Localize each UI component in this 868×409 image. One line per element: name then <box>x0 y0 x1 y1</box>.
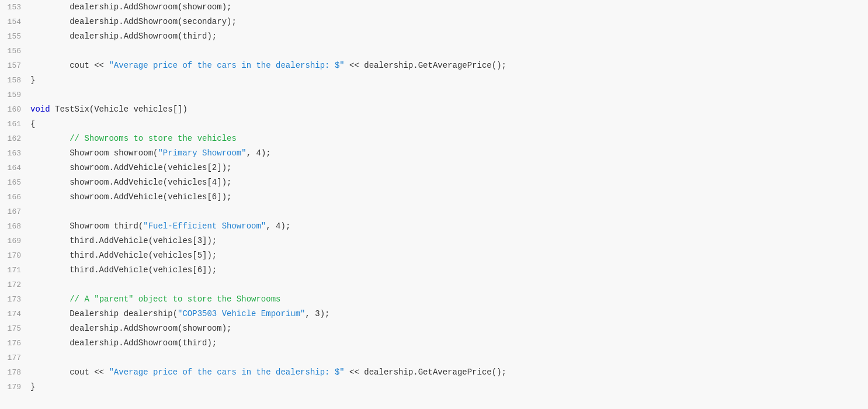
line-content: { <box>30 117 868 131</box>
code-line: 158} <box>0 73 868 88</box>
line-content: cout << "Average price of the cars in th… <box>30 365 868 380</box>
line-number: 170 <box>0 248 30 263</box>
line-content: Showroom third("Fuel-Efficient Showroom"… <box>30 219 868 234</box>
token: dealership.AddShowroom(showroom); <box>30 324 231 333</box>
line-content: Showroom showroom("Primary Showroom", 4)… <box>30 146 868 161</box>
token: dealership.AddShowroom(showroom); <box>30 2 231 12</box>
line-content: dealership.AddShowroom(third); <box>30 29 868 44</box>
token: third.AddVehicle(vehicles[5]); <box>30 251 217 260</box>
code-line: 167 <box>0 204 868 219</box>
token: } <box>30 75 35 85</box>
code-line: 177 <box>0 351 868 365</box>
code-line: 179} <box>0 380 868 394</box>
line-number: 162 <box>0 131 30 146</box>
line-number: 179 <box>0 380 30 394</box>
line-number: 176 <box>0 336 30 351</box>
token: cout << <box>30 61 109 70</box>
token <box>30 294 70 304</box>
line-content: third.AddVehicle(vehicles[5]); <box>30 248 868 263</box>
token: , 3); <box>305 309 329 318</box>
code-line: 173 // A "parent" object to store the Sh… <box>0 292 868 307</box>
line-number: 155 <box>0 29 30 44</box>
token: // Showrooms to store the vehicles <box>70 134 237 143</box>
line-content: dealership.AddShowroom(showroom); <box>30 321 868 336</box>
line-content: void TestSix(Vehicle vehicles[]) <box>30 102 868 117</box>
line-number: 174 <box>0 307 30 321</box>
code-line: 174 Dealership dealership("COP3503 Vehic… <box>0 307 868 321</box>
line-number: 157 <box>0 58 30 73</box>
code-line: 161{ <box>0 117 868 131</box>
line-content: showroom.AddVehicle(vehicles[2]); <box>30 161 868 175</box>
token <box>30 134 70 143</box>
line-number: 160 <box>0 102 30 117</box>
code-line: 176 dealership.AddShowroom(third); <box>0 336 868 351</box>
token: showroom.AddVehicle(vehicles[2]); <box>30 163 231 172</box>
token: void <box>30 105 50 114</box>
code-line: 155 dealership.AddShowroom(third); <box>0 29 868 44</box>
token: "COP3503 Vehicle Emporium" <box>178 309 305 318</box>
line-content: } <box>30 380 868 394</box>
code-line: 168 Showroom third("Fuel-Efficient Showr… <box>0 219 868 234</box>
line-content: cout << "Average price of the cars in th… <box>30 58 868 73</box>
code-line: 157 cout << "Average price of the cars i… <box>0 58 868 73</box>
line-number: 169 <box>0 234 30 248</box>
line-content: third.AddVehicle(vehicles[3]); <box>30 234 868 248</box>
line-content: } <box>30 73 868 88</box>
line-number: 164 <box>0 161 30 175</box>
token: } <box>30 382 35 391</box>
line-content: Dealership dealership("COP3503 Vehicle E… <box>30 307 868 321</box>
line-number: 171 <box>0 263 30 278</box>
code-line: 172 <box>0 278 868 292</box>
line-number: 173 <box>0 292 30 307</box>
line-number: 154 <box>0 15 30 29</box>
token: "Primary Showroom" <box>158 148 246 158</box>
code-line: 156 <box>0 44 868 58</box>
token: << dealership.GetAveragePrice(); <box>345 368 506 377</box>
token: third.AddVehicle(vehicles[6]); <box>30 265 217 275</box>
code-line: 163 Showroom showroom("Primary Showroom"… <box>0 146 868 161</box>
line-content: third.AddVehicle(vehicles[6]); <box>30 263 868 278</box>
line-number: 165 <box>0 175 30 190</box>
line-content: dealership.AddShowroom(showroom); <box>30 0 868 15</box>
token: "Average price of the cars in the dealer… <box>109 61 344 70</box>
line-content: dealership.AddShowroom(secondary); <box>30 15 868 29</box>
token: , 4); <box>266 221 290 231</box>
line-content: showroom.AddVehicle(vehicles[4]); <box>30 175 868 190</box>
line-number: 153 <box>0 0 30 15</box>
token: cout << <box>30 368 109 377</box>
line-number: 158 <box>0 73 30 88</box>
line-number: 172 <box>0 278 30 292</box>
token: showroom.AddVehicle(vehicles[4]); <box>30 178 231 187</box>
line-number: 161 <box>0 117 30 131</box>
token: dealership.AddShowroom(third); <box>30 338 217 348</box>
code-line: 153 dealership.AddShowroom(showroom); <box>0 0 868 15</box>
line-content: showroom.AddVehicle(vehicles[6]); <box>30 190 868 204</box>
token: showroom.AddVehicle(vehicles[6]); <box>30 192 231 202</box>
code-line: 165 showroom.AddVehicle(vehicles[4]); <box>0 175 868 190</box>
code-line: 169 third.AddVehicle(vehicles[3]); <box>0 234 868 248</box>
token: << dealership.GetAveragePrice(); <box>345 61 506 70</box>
code-line: 162 // Showrooms to store the vehicles <box>0 131 868 146</box>
line-number: 167 <box>0 204 30 219</box>
line-number: 168 <box>0 219 30 234</box>
token: third.AddVehicle(vehicles[3]); <box>30 236 217 245</box>
line-content: // A "parent" object to store the Showro… <box>30 292 868 307</box>
line-number: 178 <box>0 365 30 380</box>
code-line: 160void TestSix(Vehicle vehicles[]) <box>0 102 868 117</box>
code-line: 166 showroom.AddVehicle(vehicles[6]); <box>0 190 868 204</box>
line-number: 159 <box>0 88 30 102</box>
code-line: 154 dealership.AddShowroom(secondary); <box>0 15 868 29</box>
token: dealership.AddShowroom(third); <box>30 32 217 41</box>
line-number: 175 <box>0 321 30 336</box>
token: dealership.AddShowroom(secondary); <box>30 17 237 26</box>
token: Showroom showroom( <box>30 148 158 158</box>
code-line: 170 third.AddVehicle(vehicles[5]); <box>0 248 868 263</box>
line-number: 166 <box>0 190 30 204</box>
token: , 4); <box>246 148 271 158</box>
code-line: 164 showroom.AddVehicle(vehicles[2]); <box>0 161 868 175</box>
token: Dealership dealership( <box>30 309 178 318</box>
line-number: 177 <box>0 351 30 365</box>
line-content: // Showrooms to store the vehicles <box>30 131 868 146</box>
line-number: 163 <box>0 146 30 161</box>
code-editor: 153 dealership.AddShowroom(showroom);154… <box>0 0 868 409</box>
